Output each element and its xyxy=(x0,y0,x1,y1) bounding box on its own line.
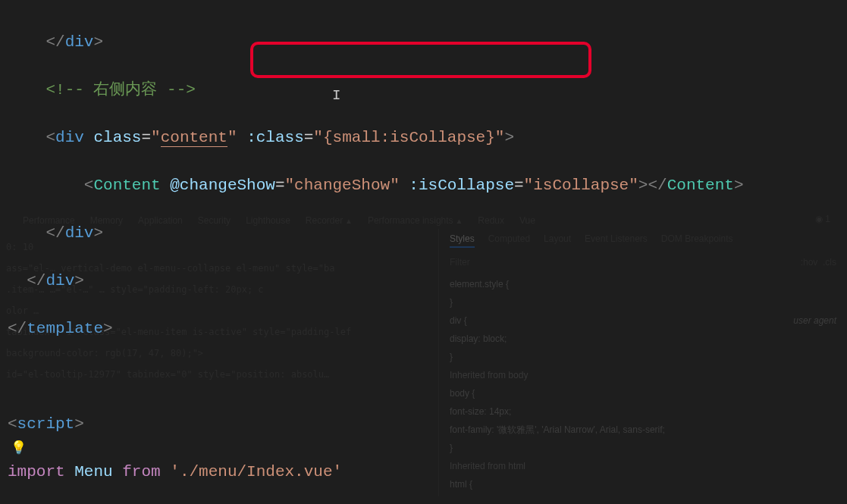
code-line: </template> xyxy=(8,317,847,341)
code-line: <!-- 右侧内容 --> xyxy=(8,78,847,102)
code-line: </div> xyxy=(8,30,847,55)
code-line: import Menu from './menu/Index.vue' xyxy=(8,460,847,484)
code-line: <script> xyxy=(8,412,847,437)
code-line: </div> xyxy=(8,221,847,246)
code-line: <Content @changeShow="changeShow" :isCol… xyxy=(8,174,847,198)
code-line: <div class="content" :class="{small:isCo… xyxy=(8,126,847,150)
code-line: </div> xyxy=(8,269,847,293)
code-editor[interactable]: </div> <!-- 右侧内容 --> <div class="content… xyxy=(0,0,847,504)
code-line-empty xyxy=(8,365,847,389)
